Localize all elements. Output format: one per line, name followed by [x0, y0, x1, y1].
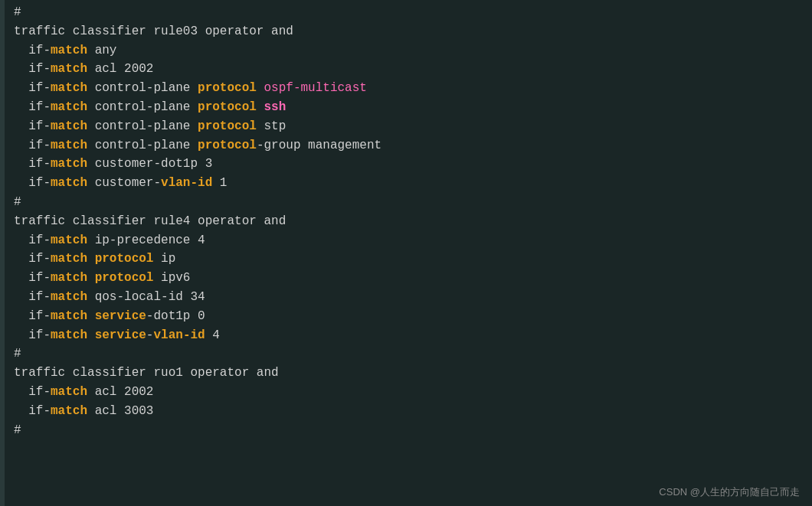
line-7: if-match control-plane protocol stp — [8, 117, 812, 136]
line-13: if-match ip-precedence 4 — [8, 231, 812, 250]
line-4: if-match acl 2002 — [8, 60, 812, 79]
watermark: CSDN @人生的方向随自己而走 — [659, 485, 800, 500]
line-12: traffic classifier rule4 operator and — [8, 212, 812, 231]
line-19: # — [8, 344, 812, 364]
line-5: if-match control-plane protocol ospf-mul… — [8, 79, 812, 98]
left-bar — [0, 0, 5, 506]
line-18: if-match service-vlan-id 4 — [8, 326, 812, 345]
line-11: # — [8, 193, 812, 212]
line-10: if-match customer-vlan-id 1 — [8, 174, 812, 193]
code-editor: # traffic classifier rule03 operator and… — [0, 0, 812, 506]
line-8: if-match control-plane protocol-group ma… — [8, 136, 812, 155]
line-3: if-match any — [8, 41, 812, 60]
line-16: if-match qos-local-id 34 — [8, 288, 812, 307]
line-23: # — [8, 421, 812, 440]
line-15: if-match protocol ipv6 — [8, 269, 812, 288]
line-1: # — [8, 3, 812, 22]
line-2: traffic classifier rule03 operator and — [8, 22, 812, 41]
line-20: traffic classifier ruo1 operator and — [8, 364, 812, 383]
line-9: if-match customer-dot1p 3 — [8, 155, 812, 174]
line-17: if-match service-dot1p 0 — [8, 307, 812, 326]
line-22: if-match acl 3003 — [8, 402, 812, 421]
line-6: if-match control-plane protocol ssh — [8, 98, 812, 117]
line-21: if-match acl 2002 — [8, 383, 812, 402]
line-14: if-match protocol ip — [8, 250, 812, 269]
